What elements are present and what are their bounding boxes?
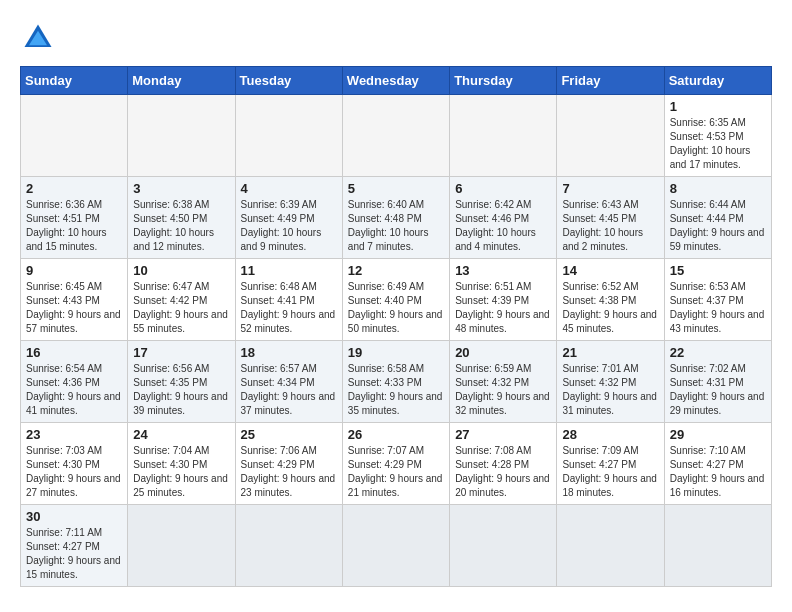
day-info: Sunrise: 6:36 AM Sunset: 4:51 PM Dayligh…: [26, 198, 122, 254]
day-number: 28: [562, 427, 658, 442]
day-info: Sunrise: 6:51 AM Sunset: 4:39 PM Dayligh…: [455, 280, 551, 336]
day-info: Sunrise: 6:54 AM Sunset: 4:36 PM Dayligh…: [26, 362, 122, 418]
column-header-wednesday: Wednesday: [342, 67, 449, 95]
day-number: 2: [26, 181, 122, 196]
day-number: 4: [241, 181, 337, 196]
calendar-week-row: 9Sunrise: 6:45 AM Sunset: 4:43 PM Daylig…: [21, 259, 772, 341]
day-info: Sunrise: 6:42 AM Sunset: 4:46 PM Dayligh…: [455, 198, 551, 254]
day-info: Sunrise: 6:35 AM Sunset: 4:53 PM Dayligh…: [670, 116, 766, 172]
day-number: 18: [241, 345, 337, 360]
calendar-cell: 26Sunrise: 7:07 AM Sunset: 4:29 PM Dayli…: [342, 423, 449, 505]
day-info: Sunrise: 6:48 AM Sunset: 4:41 PM Dayligh…: [241, 280, 337, 336]
calendar-cell: 15Sunrise: 6:53 AM Sunset: 4:37 PM Dayli…: [664, 259, 771, 341]
calendar-cell: [664, 505, 771, 587]
column-header-saturday: Saturday: [664, 67, 771, 95]
calendar-week-row: 2Sunrise: 6:36 AM Sunset: 4:51 PM Daylig…: [21, 177, 772, 259]
calendar-cell: 1Sunrise: 6:35 AM Sunset: 4:53 PM Daylig…: [664, 95, 771, 177]
calendar-cell: 17Sunrise: 6:56 AM Sunset: 4:35 PM Dayli…: [128, 341, 235, 423]
day-info: Sunrise: 6:38 AM Sunset: 4:50 PM Dayligh…: [133, 198, 229, 254]
day-number: 26: [348, 427, 444, 442]
calendar-cell: 3Sunrise: 6:38 AM Sunset: 4:50 PM Daylig…: [128, 177, 235, 259]
calendar-cell: 25Sunrise: 7:06 AM Sunset: 4:29 PM Dayli…: [235, 423, 342, 505]
day-info: Sunrise: 7:03 AM Sunset: 4:30 PM Dayligh…: [26, 444, 122, 500]
calendar-cell: [235, 95, 342, 177]
day-info: Sunrise: 6:44 AM Sunset: 4:44 PM Dayligh…: [670, 198, 766, 254]
column-header-thursday: Thursday: [450, 67, 557, 95]
page-header: [20, 20, 772, 56]
day-info: Sunrise: 6:52 AM Sunset: 4:38 PM Dayligh…: [562, 280, 658, 336]
day-info: Sunrise: 7:10 AM Sunset: 4:27 PM Dayligh…: [670, 444, 766, 500]
calendar-cell: 5Sunrise: 6:40 AM Sunset: 4:48 PM Daylig…: [342, 177, 449, 259]
calendar-cell: 4Sunrise: 6:39 AM Sunset: 4:49 PM Daylig…: [235, 177, 342, 259]
calendar-cell: 6Sunrise: 6:42 AM Sunset: 4:46 PM Daylig…: [450, 177, 557, 259]
calendar-cell: 8Sunrise: 6:44 AM Sunset: 4:44 PM Daylig…: [664, 177, 771, 259]
calendar-cell: 14Sunrise: 6:52 AM Sunset: 4:38 PM Dayli…: [557, 259, 664, 341]
calendar-cell: 21Sunrise: 7:01 AM Sunset: 4:32 PM Dayli…: [557, 341, 664, 423]
calendar-week-row: 30Sunrise: 7:11 AM Sunset: 4:27 PM Dayli…: [21, 505, 772, 587]
day-number: 25: [241, 427, 337, 442]
calendar-cell: 2Sunrise: 6:36 AM Sunset: 4:51 PM Daylig…: [21, 177, 128, 259]
day-number: 13: [455, 263, 551, 278]
day-info: Sunrise: 6:59 AM Sunset: 4:32 PM Dayligh…: [455, 362, 551, 418]
calendar-cell: [557, 95, 664, 177]
day-number: 21: [562, 345, 658, 360]
calendar-cell: [557, 505, 664, 587]
generalblue-logo-icon: [20, 20, 56, 56]
day-number: 8: [670, 181, 766, 196]
day-info: Sunrise: 6:49 AM Sunset: 4:40 PM Dayligh…: [348, 280, 444, 336]
day-number: 6: [455, 181, 551, 196]
calendar-cell: [128, 505, 235, 587]
day-info: Sunrise: 6:56 AM Sunset: 4:35 PM Dayligh…: [133, 362, 229, 418]
calendar-week-row: 23Sunrise: 7:03 AM Sunset: 4:30 PM Dayli…: [21, 423, 772, 505]
calendar-cell: 10Sunrise: 6:47 AM Sunset: 4:42 PM Dayli…: [128, 259, 235, 341]
day-info: Sunrise: 6:40 AM Sunset: 4:48 PM Dayligh…: [348, 198, 444, 254]
day-info: Sunrise: 7:04 AM Sunset: 4:30 PM Dayligh…: [133, 444, 229, 500]
calendar-cell: 24Sunrise: 7:04 AM Sunset: 4:30 PM Dayli…: [128, 423, 235, 505]
calendar-cell: 12Sunrise: 6:49 AM Sunset: 4:40 PM Dayli…: [342, 259, 449, 341]
day-number: 17: [133, 345, 229, 360]
day-info: Sunrise: 7:01 AM Sunset: 4:32 PM Dayligh…: [562, 362, 658, 418]
day-number: 29: [670, 427, 766, 442]
day-number: 23: [26, 427, 122, 442]
day-number: 9: [26, 263, 122, 278]
day-info: Sunrise: 6:39 AM Sunset: 4:49 PM Dayligh…: [241, 198, 337, 254]
day-info: Sunrise: 7:02 AM Sunset: 4:31 PM Dayligh…: [670, 362, 766, 418]
calendar-cell: 16Sunrise: 6:54 AM Sunset: 4:36 PM Dayli…: [21, 341, 128, 423]
day-number: 10: [133, 263, 229, 278]
calendar-cell: 22Sunrise: 7:02 AM Sunset: 4:31 PM Dayli…: [664, 341, 771, 423]
day-number: 16: [26, 345, 122, 360]
day-info: Sunrise: 6:43 AM Sunset: 4:45 PM Dayligh…: [562, 198, 658, 254]
calendar-week-row: 16Sunrise: 6:54 AM Sunset: 4:36 PM Dayli…: [21, 341, 772, 423]
calendar-cell: 11Sunrise: 6:48 AM Sunset: 4:41 PM Dayli…: [235, 259, 342, 341]
logo: [20, 20, 62, 56]
day-info: Sunrise: 7:07 AM Sunset: 4:29 PM Dayligh…: [348, 444, 444, 500]
calendar-cell: [235, 505, 342, 587]
calendar-cell: 19Sunrise: 6:58 AM Sunset: 4:33 PM Dayli…: [342, 341, 449, 423]
calendar-cell: 18Sunrise: 6:57 AM Sunset: 4:34 PM Dayli…: [235, 341, 342, 423]
day-number: 1: [670, 99, 766, 114]
day-number: 11: [241, 263, 337, 278]
day-number: 14: [562, 263, 658, 278]
calendar-cell: 20Sunrise: 6:59 AM Sunset: 4:32 PM Dayli…: [450, 341, 557, 423]
day-info: Sunrise: 7:06 AM Sunset: 4:29 PM Dayligh…: [241, 444, 337, 500]
day-number: 12: [348, 263, 444, 278]
day-number: 19: [348, 345, 444, 360]
calendar-header-row: SundayMondayTuesdayWednesdayThursdayFrid…: [21, 67, 772, 95]
day-info: Sunrise: 6:45 AM Sunset: 4:43 PM Dayligh…: [26, 280, 122, 336]
calendar-cell: [450, 95, 557, 177]
day-info: Sunrise: 6:53 AM Sunset: 4:37 PM Dayligh…: [670, 280, 766, 336]
calendar-table: SundayMondayTuesdayWednesdayThursdayFrid…: [20, 66, 772, 587]
day-info: Sunrise: 7:11 AM Sunset: 4:27 PM Dayligh…: [26, 526, 122, 582]
calendar-cell: 23Sunrise: 7:03 AM Sunset: 4:30 PM Dayli…: [21, 423, 128, 505]
calendar-week-row: 1Sunrise: 6:35 AM Sunset: 4:53 PM Daylig…: [21, 95, 772, 177]
column-header-tuesday: Tuesday: [235, 67, 342, 95]
day-info: Sunrise: 6:58 AM Sunset: 4:33 PM Dayligh…: [348, 362, 444, 418]
calendar-cell: [450, 505, 557, 587]
calendar-cell: [342, 95, 449, 177]
calendar-cell: 29Sunrise: 7:10 AM Sunset: 4:27 PM Dayli…: [664, 423, 771, 505]
calendar-cell: 30Sunrise: 7:11 AM Sunset: 4:27 PM Dayli…: [21, 505, 128, 587]
day-info: Sunrise: 7:09 AM Sunset: 4:27 PM Dayligh…: [562, 444, 658, 500]
calendar-cell: 27Sunrise: 7:08 AM Sunset: 4:28 PM Dayli…: [450, 423, 557, 505]
calendar-cell: [128, 95, 235, 177]
day-number: 30: [26, 509, 122, 524]
